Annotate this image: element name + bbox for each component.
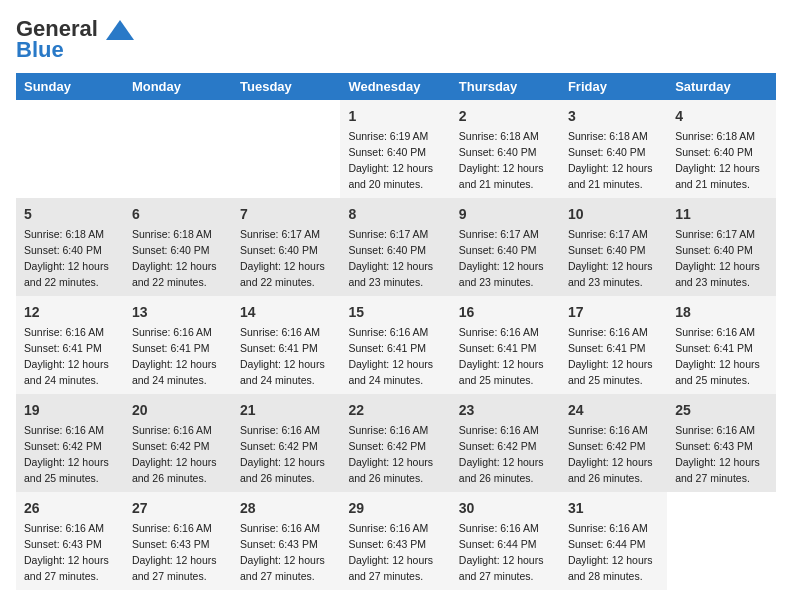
calendar-cell: 25Sunrise: 6:16 AMSunset: 6:43 PMDayligh… [667,394,776,492]
day-info: Sunrise: 6:16 AMSunset: 6:44 PMDaylight:… [459,521,552,584]
day-info: Sunrise: 6:18 AMSunset: 6:40 PMDaylight:… [132,227,224,290]
day-number: 21 [240,400,332,421]
day-info: Sunrise: 6:17 AMSunset: 6:40 PMDaylight:… [240,227,332,290]
calendar-cell: 5Sunrise: 6:18 AMSunset: 6:40 PMDaylight… [16,198,124,296]
day-info: Sunrise: 6:18 AMSunset: 6:40 PMDaylight:… [24,227,116,290]
day-info: Sunrise: 6:16 AMSunset: 6:41 PMDaylight:… [24,325,116,388]
day-number: 23 [459,400,552,421]
day-number: 10 [568,204,659,225]
day-info: Sunrise: 6:17 AMSunset: 6:40 PMDaylight:… [675,227,768,290]
day-number: 24 [568,400,659,421]
weekday-header-saturday: Saturday [667,73,776,100]
day-number: 1 [348,106,442,127]
calendar-cell [16,100,124,198]
calendar-cell: 17Sunrise: 6:16 AMSunset: 6:41 PMDayligh… [560,296,667,394]
calendar-cell: 13Sunrise: 6:16 AMSunset: 6:41 PMDayligh… [124,296,232,394]
day-number: 2 [459,106,552,127]
day-info: Sunrise: 6:16 AMSunset: 6:43 PMDaylight:… [675,423,768,486]
calendar-cell: 18Sunrise: 6:16 AMSunset: 6:41 PMDayligh… [667,296,776,394]
calendar-cell: 4Sunrise: 6:18 AMSunset: 6:40 PMDaylight… [667,100,776,198]
calendar-cell: 8Sunrise: 6:17 AMSunset: 6:40 PMDaylight… [340,198,450,296]
day-number: 9 [459,204,552,225]
calendar-cell: 16Sunrise: 6:16 AMSunset: 6:41 PMDayligh… [451,296,560,394]
logo: General Blue [16,16,134,63]
day-info: Sunrise: 6:19 AMSunset: 6:40 PMDaylight:… [348,129,442,192]
day-info: Sunrise: 6:16 AMSunset: 6:42 PMDaylight:… [348,423,442,486]
day-info: Sunrise: 6:16 AMSunset: 6:41 PMDaylight:… [675,325,768,388]
day-number: 8 [348,204,442,225]
calendar-cell: 19Sunrise: 6:16 AMSunset: 6:42 PMDayligh… [16,394,124,492]
weekday-header-friday: Friday [560,73,667,100]
calendar-cell: 15Sunrise: 6:16 AMSunset: 6:41 PMDayligh… [340,296,450,394]
day-number: 15 [348,302,442,323]
day-info: Sunrise: 6:16 AMSunset: 6:43 PMDaylight:… [348,521,442,584]
calendar-cell: 31Sunrise: 6:16 AMSunset: 6:44 PMDayligh… [560,492,667,590]
calendar-week-row: 26Sunrise: 6:16 AMSunset: 6:43 PMDayligh… [16,492,776,590]
calendar-cell: 26Sunrise: 6:16 AMSunset: 6:43 PMDayligh… [16,492,124,590]
calendar-cell: 2Sunrise: 6:18 AMSunset: 6:40 PMDaylight… [451,100,560,198]
calendar-cell: 30Sunrise: 6:16 AMSunset: 6:44 PMDayligh… [451,492,560,590]
day-info: Sunrise: 6:17 AMSunset: 6:40 PMDaylight:… [348,227,442,290]
day-number: 22 [348,400,442,421]
day-number: 17 [568,302,659,323]
day-info: Sunrise: 6:18 AMSunset: 6:40 PMDaylight:… [459,129,552,192]
day-number: 25 [675,400,768,421]
calendar-cell: 11Sunrise: 6:17 AMSunset: 6:40 PMDayligh… [667,198,776,296]
calendar-cell: 27Sunrise: 6:16 AMSunset: 6:43 PMDayligh… [124,492,232,590]
day-info: Sunrise: 6:16 AMSunset: 6:42 PMDaylight:… [240,423,332,486]
day-number: 5 [24,204,116,225]
day-info: Sunrise: 6:16 AMSunset: 6:41 PMDaylight:… [240,325,332,388]
calendar-week-row: 19Sunrise: 6:16 AMSunset: 6:42 PMDayligh… [16,394,776,492]
day-number: 13 [132,302,224,323]
day-info: Sunrise: 6:16 AMSunset: 6:43 PMDaylight:… [132,521,224,584]
calendar-table: SundayMondayTuesdayWednesdayThursdayFrid… [16,73,776,590]
day-info: Sunrise: 6:17 AMSunset: 6:40 PMDaylight:… [568,227,659,290]
day-number: 4 [675,106,768,127]
day-info: Sunrise: 6:16 AMSunset: 6:43 PMDaylight:… [240,521,332,584]
day-number: 6 [132,204,224,225]
day-number: 18 [675,302,768,323]
calendar-cell: 24Sunrise: 6:16 AMSunset: 6:42 PMDayligh… [560,394,667,492]
weekday-header-wednesday: Wednesday [340,73,450,100]
day-number: 16 [459,302,552,323]
day-info: Sunrise: 6:16 AMSunset: 6:43 PMDaylight:… [24,521,116,584]
day-number: 19 [24,400,116,421]
day-number: 27 [132,498,224,519]
calendar-cell: 7Sunrise: 6:17 AMSunset: 6:40 PMDaylight… [232,198,340,296]
day-info: Sunrise: 6:16 AMSunset: 6:41 PMDaylight:… [459,325,552,388]
day-number: 31 [568,498,659,519]
day-number: 29 [348,498,442,519]
day-info: Sunrise: 6:16 AMSunset: 6:41 PMDaylight:… [132,325,224,388]
day-info: Sunrise: 6:16 AMSunset: 6:41 PMDaylight:… [348,325,442,388]
logo-icon [106,20,134,40]
calendar-cell: 10Sunrise: 6:17 AMSunset: 6:40 PMDayligh… [560,198,667,296]
weekday-header-thursday: Thursday [451,73,560,100]
weekday-header-monday: Monday [124,73,232,100]
weekday-header-row: SundayMondayTuesdayWednesdayThursdayFrid… [16,73,776,100]
day-info: Sunrise: 6:16 AMSunset: 6:42 PMDaylight:… [132,423,224,486]
calendar-cell: 12Sunrise: 6:16 AMSunset: 6:41 PMDayligh… [16,296,124,394]
weekday-header-sunday: Sunday [16,73,124,100]
day-info: Sunrise: 6:16 AMSunset: 6:44 PMDaylight:… [568,521,659,584]
calendar-cell: 9Sunrise: 6:17 AMSunset: 6:40 PMDaylight… [451,198,560,296]
calendar-week-row: 1Sunrise: 6:19 AMSunset: 6:40 PMDaylight… [16,100,776,198]
calendar-week-row: 12Sunrise: 6:16 AMSunset: 6:41 PMDayligh… [16,296,776,394]
calendar-cell: 23Sunrise: 6:16 AMSunset: 6:42 PMDayligh… [451,394,560,492]
day-info: Sunrise: 6:16 AMSunset: 6:42 PMDaylight:… [568,423,659,486]
day-number: 3 [568,106,659,127]
calendar-cell: 20Sunrise: 6:16 AMSunset: 6:42 PMDayligh… [124,394,232,492]
calendar-cell: 22Sunrise: 6:16 AMSunset: 6:42 PMDayligh… [340,394,450,492]
calendar-cell: 21Sunrise: 6:16 AMSunset: 6:42 PMDayligh… [232,394,340,492]
day-number: 26 [24,498,116,519]
day-info: Sunrise: 6:16 AMSunset: 6:41 PMDaylight:… [568,325,659,388]
calendar-cell [232,100,340,198]
weekday-header-tuesday: Tuesday [232,73,340,100]
page-header: General Blue [16,16,776,63]
day-number: 28 [240,498,332,519]
calendar-cell: 1Sunrise: 6:19 AMSunset: 6:40 PMDaylight… [340,100,450,198]
calendar-cell: 14Sunrise: 6:16 AMSunset: 6:41 PMDayligh… [232,296,340,394]
calendar-week-row: 5Sunrise: 6:18 AMSunset: 6:40 PMDaylight… [16,198,776,296]
day-number: 12 [24,302,116,323]
day-info: Sunrise: 6:16 AMSunset: 6:42 PMDaylight:… [459,423,552,486]
calendar-cell: 29Sunrise: 6:16 AMSunset: 6:43 PMDayligh… [340,492,450,590]
